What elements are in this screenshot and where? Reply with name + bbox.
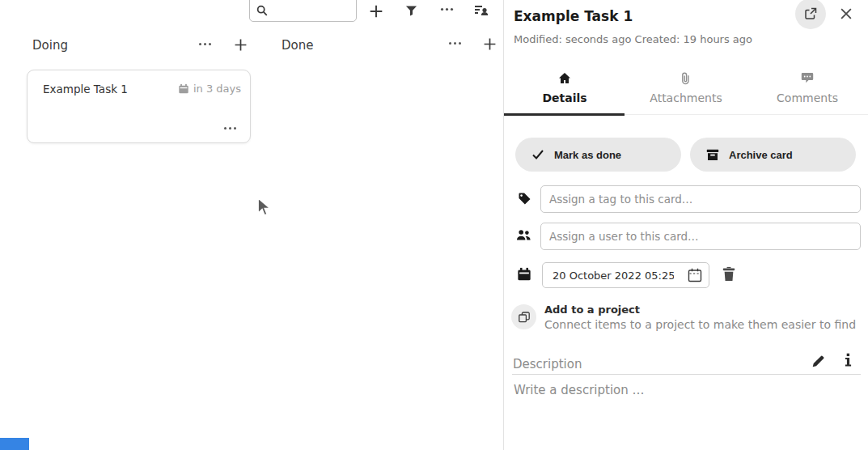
card-due-label: in 3 days: [193, 83, 241, 95]
calendar-icon: [517, 267, 531, 282]
open-in-new-window-icon: [804, 7, 817, 20]
pencil-icon: [811, 354, 825, 368]
info-icon: [845, 353, 852, 367]
chat-bubble-icon: [801, 72, 814, 85]
tab-attachments-label: Attachments: [625, 91, 747, 104]
mouse-cursor: [256, 197, 273, 219]
assign-user-input[interactable]: [540, 223, 861, 250]
archive-icon: [706, 149, 719, 161]
ellipsis-icon: [223, 126, 237, 130]
tab-comments-label: Comments: [747, 91, 868, 104]
add-card-button[interactable]: [369, 4, 383, 19]
search-box[interactable]: [249, 0, 357, 22]
add-to-project-subtitle: Connect items to a project to make them …: [544, 318, 856, 331]
ellipsis-icon: [440, 7, 454, 11]
tab-attachments[interactable]: Attachments: [625, 69, 747, 115]
tag-input[interactable]: [540, 185, 861, 213]
search-icon: [256, 5, 268, 16]
tag-icon: [518, 192, 531, 206]
tab-details[interactable]: Details: [504, 69, 625, 115]
ellipsis-icon: [448, 41, 462, 45]
close-icon: [839, 6, 853, 21]
users-icon: [516, 229, 531, 241]
close-panel-button[interactable]: [839, 6, 853, 21]
calendar-outline-icon: [687, 267, 703, 283]
kanban-card[interactable]: Example Task 1 in 3 days: [27, 70, 251, 143]
filter-funnel-icon: [405, 4, 417, 17]
card-detail-panel: Example Task 1 Modified: seconds ago Cre…: [503, 0, 868, 450]
ellipsis-icon: [198, 42, 212, 46]
home-icon: [558, 72, 571, 85]
card-menu-button[interactable]: [223, 126, 237, 130]
date-picker-button[interactable]: [687, 267, 703, 283]
plus-icon: [234, 38, 248, 52]
calendar-icon: [178, 83, 189, 95]
description-info-button[interactable]: [845, 353, 852, 367]
pop-out-button[interactable]: [795, 0, 826, 29]
edit-description-button[interactable]: [811, 354, 825, 368]
column-title-doing: Doing: [32, 38, 68, 53]
trash-icon: [722, 266, 736, 282]
panel-meta: Modified: seconds ago Created: 19 hours …: [514, 33, 752, 45]
column-done-add-button[interactable]: [483, 37, 497, 51]
tab-comments[interactable]: Comments: [747, 69, 868, 115]
mark-as-done-label: Mark as done: [554, 149, 621, 161]
column-done-menu-button[interactable]: [448, 41, 462, 45]
projects-icon: [518, 311, 531, 324]
card-title: Example Task 1: [43, 83, 128, 96]
board-menu-button[interactable]: [440, 7, 454, 11]
mark-as-done-button[interactable]: Mark as done: [515, 138, 681, 172]
delete-due-date-button[interactable]: [722, 266, 736, 282]
list-person-icon: [474, 3, 489, 18]
due-date-field[interactable]: [542, 262, 709, 288]
description-placeholder[interactable]: Write a description …: [514, 383, 645, 397]
assigned-view-button[interactable]: [474, 3, 489, 18]
detail-tabs: Details Attachments Comments: [504, 69, 868, 115]
filter-button[interactable]: [405, 4, 417, 17]
archive-card-button[interactable]: Archive card: [690, 138, 856, 172]
add-to-project-title[interactable]: Add to a project: [544, 304, 640, 316]
description-label: Description: [513, 357, 582, 371]
active-tab-underline: [504, 113, 625, 116]
description-divider: [512, 374, 861, 375]
search-input[interactable]: [271, 2, 354, 20]
panel-title: Example Task 1: [514, 8, 633, 24]
column-title-done: Done: [282, 38, 313, 53]
project-button[interactable]: [511, 304, 536, 329]
column-doing-add-button[interactable]: [234, 38, 248, 52]
due-date-input[interactable]: [551, 269, 675, 282]
check-icon: [531, 149, 544, 160]
archive-card-label: Archive card: [729, 149, 793, 161]
plus-icon: [483, 37, 497, 51]
tab-details-label: Details: [504, 91, 625, 104]
plus-icon: [369, 4, 383, 19]
paperclip-icon: [680, 72, 692, 85]
accent-rect: [0, 438, 29, 450]
column-doing-menu-button[interactable]: [198, 42, 212, 46]
card-due-date: in 3 days: [178, 83, 241, 95]
